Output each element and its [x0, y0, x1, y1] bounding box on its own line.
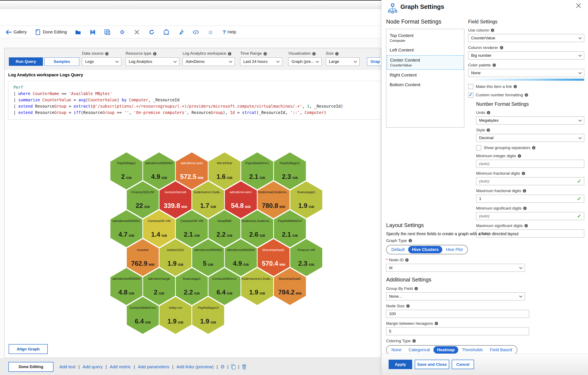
- hex-node-PayRollApp10[interactable]: PayRollApp101.9GiB: [192, 297, 224, 334]
- pin-icon[interactable]: [178, 29, 184, 35]
- hexagon-shape: [209, 268, 241, 305]
- number-format-subsection: Number Format Settings Unitsi Megabytes …: [476, 101, 584, 238]
- hex-node-financeapp1[interactable]: financeapp12.2GiB: [176, 268, 208, 305]
- add-links-preview-link[interactable]: Add links (preview): [176, 364, 213, 369]
- margin-between-hexagons-input[interactable]: 5: [386, 327, 529, 335]
- separator: |: [227, 364, 228, 369]
- hex-node-ewtest1023[interactable]: ewtest10231.9GiB: [159, 239, 191, 276]
- node-format-item-bottom[interactable]: Bottom Content: [386, 80, 464, 90]
- coloring-type-option-thresholds[interactable]: Thresholds: [458, 346, 486, 354]
- feedback-smiley-icon[interactable]: ☺: [207, 29, 214, 35]
- done-editing-button[interactable]: Done Editing: [35, 29, 67, 35]
- delete-step-trash-icon[interactable]: [242, 364, 246, 370]
- panel-close-icon[interactable]: [576, 3, 582, 9]
- share-group-icon[interactable]: [163, 29, 169, 35]
- units-dropdown[interactable]: Megabytes: [476, 116, 584, 125]
- hex-node-ContosoWebSrvr1[interactable]: ContosoWebSrvr16.4GiB: [127, 297, 159, 334]
- hex-node-bsdemoad.bsdemo...[interactable]: bsdemoad.bsdemo...780.8MiB: [258, 181, 290, 219]
- node-id-dropdown[interactable]: Id: [386, 264, 525, 272]
- refresh-icon[interactable]: [148, 29, 155, 35]
- color-palette-dropdown[interactable]: None: [468, 69, 584, 77]
- style-dropdown[interactable]: Decimal: [476, 134, 584, 142]
- coloring-type-option-field-based[interactable]: Field Based: [486, 346, 516, 354]
- hex-node-bsdemoms1.bsde...[interactable]: bsdemoms1.bsde...1.7GiB: [192, 181, 224, 219]
- settings-gear-icon[interactable]: ⚙: [119, 29, 125, 35]
- use-column-dropdown[interactable]: CounterValue: [468, 34, 584, 42]
- info-icon: i: [487, 128, 490, 132]
- hex-node-Win16Test[interactable]: Win16Test1.6GiB: [209, 152, 241, 189]
- coloring-type-option-heatmap[interactable]: Heatmap: [433, 346, 458, 354]
- hex-node-fooadfdfd[interactable]: fooadfdfd2.2GiB: [209, 210, 241, 247]
- make-link-row[interactable]: ✓ Make this item a linki: [468, 84, 584, 89]
- make-link-checkbox[interactable]: ✓: [468, 84, 473, 89]
- save-and-close-button[interactable]: Save and Close: [415, 360, 449, 369]
- new-folder-icon[interactable]: [75, 29, 81, 35]
- hex-node-admdemosf000004[interactable]: admdemosf0000044.9GiB: [225, 239, 257, 276]
- node-format-item-left[interactable]: Left Content: [386, 45, 464, 55]
- add-text-link[interactable]: Add text: [59, 364, 75, 369]
- grouping-separators-checkbox[interactable]: ✓: [476, 145, 481, 150]
- hex-node-bluestripeload2[interactable]: bluestripeload2784.2MiB: [274, 268, 306, 305]
- node-format-item-center[interactable]: Center Content CounterValue: [387, 55, 464, 70]
- add-metric-link[interactable]: Add metric: [110, 364, 131, 369]
- advanced-settings-gear-icon[interactable]: ⚙: [220, 364, 225, 370]
- graph-type-option-default[interactable]: Default: [388, 246, 408, 253]
- min-significant-digits-input[interactable]: (auto)✓: [476, 212, 584, 220]
- hex-node-PayRollApp11[interactable]: PayRollApp112.3GiB: [274, 152, 306, 189]
- clone-step-icon[interactable]: [231, 364, 236, 370]
- save-icon[interactable]: [90, 29, 96, 35]
- coloring-type-option-categorical[interactable]: Categorical: [405, 346, 433, 354]
- coloring-type-option-none[interactable]: None: [388, 346, 405, 354]
- hex-node-admwinchange[interactable]: admwinchange2GiB: [143, 268, 175, 305]
- hex-node-bluestripeload1[interactable]: bluestripeload1570.4MiB: [258, 239, 290, 276]
- help-button[interactable]: ? Help: [222, 29, 236, 35]
- graph-type-option-hive-plot[interactable]: Hive Plot: [442, 246, 466, 253]
- hex-node-Finance-VM[interactable]: Finance-VM2.3GiB: [290, 239, 322, 276]
- min-fractional-digits-input[interactable]: (auto)✓: [476, 177, 584, 185]
- hex-node-admdemo-win1[interactable]: admdemo-win154.8MiB: [225, 181, 257, 219]
- hex-node-mssolve[interactable]: mssolve762.9MiB: [127, 239, 159, 276]
- graph-type-option-hive-clusters[interactable]: Hive Clusters: [408, 246, 442, 253]
- max-fractional-digits-input[interactable]: 1✓: [476, 195, 584, 203]
- done-editing-bottom-button[interactable]: Done Editing: [8, 362, 53, 372]
- hex-node-luciosInDemo6[interactable]: luciosInDemo6339.8MiB: [159, 181, 191, 219]
- hex-node-admdemosf000003[interactable]: admdemosf0000035GiB: [192, 239, 224, 276]
- gallery-button[interactable]: Gallery: [5, 29, 27, 35]
- min-integer-digits-input[interactable]: (auto)✓: [476, 160, 584, 168]
- cancel-button[interactable]: Cancel: [452, 360, 474, 369]
- grouping-separators-row[interactable]: ✓ Show grouping separatorsi: [476, 145, 584, 150]
- custom-number-checkbox[interactable]: ✓: [468, 93, 473, 97]
- hex-node-admdemosf000001[interactable]: admdemosf0000014.7GiB: [110, 210, 142, 247]
- node-format-item-right[interactable]: Right Content: [386, 70, 464, 80]
- hex-node-FinanceSQLVM[interactable]: FinanceSQLVM22GiB: [127, 181, 159, 219]
- hex-node-PayrollwebSrvr1[interactable]: PayrollwebSrvr12.1GiB: [241, 152, 273, 189]
- hex-node-PayRollApp1[interactable]: PayRollApp12GiB: [110, 152, 142, 189]
- code-view-icon[interactable]: [193, 29, 199, 35]
- group-by-field-dropdown[interactable]: None...: [386, 292, 525, 300]
- hex-node-ContosoDBSrvr1[interactable]: ContosoDBSrvr16.4GiB: [209, 268, 241, 305]
- align-graph-button[interactable]: Align Graph: [9, 344, 48, 354]
- hex-node-PayRollWebSrvr[interactable]: PayRollWebSrvr2.1GiB: [274, 210, 306, 247]
- hex-node-ContosoHR-VM[interactable]: ContosoHR-VM1.4GiB: [143, 210, 175, 247]
- hex-node-financeapp3[interactable]: financeapp31.9GiB: [290, 181, 322, 219]
- help-label: Help: [228, 30, 236, 34]
- hex-node-ContosoHR-VM[interactable]: ContosoHR-VM2.1GiB: [176, 210, 208, 247]
- node-format-item-top[interactable]: Top Content Computer: [386, 31, 464, 45]
- hex-node-name: admdemosf000001: [113, 219, 140, 223]
- hex-node-name: bsdemoad.bsdemo...: [258, 190, 289, 194]
- hex-node-reiley-vm[interactable]: reiley-vm1.9GiB: [159, 297, 191, 334]
- hex-node-bsdemosc.bsdemo....[interactable]: bsdemosc.bsdemo....2.6GiB: [241, 210, 273, 247]
- close-x-icon[interactable]: [134, 29, 140, 35]
- hex-node-admdemo-auto[interactable]: admdemo-auto572.5MiB: [176, 152, 208, 189]
- units-label: Unitsi: [476, 110, 584, 115]
- hex-node-admdemosf000002[interactable]: admdemosf0000024.9GiB: [143, 152, 175, 189]
- custom-number-row[interactable]: ✓ Custom number formattingi: [468, 93, 584, 97]
- add-parameters-link[interactable]: Add parameters: [138, 364, 169, 369]
- save-copy-icon[interactable]: [104, 29, 111, 35]
- apply-button[interactable]: Apply: [389, 360, 412, 369]
- add-query-link[interactable]: Add query: [83, 364, 103, 369]
- node-size-input[interactable]: 100: [386, 310, 529, 318]
- column-renderer-dropdown[interactable]: Big number: [468, 52, 584, 60]
- hex-node-bsdemocons1.bsde...[interactable]: bsdemocons1.bsde...1.9GiB: [241, 268, 273, 305]
- hex-node-admdemosf000000[interactable]: admdemosf0000004.8GiB: [110, 268, 142, 305]
